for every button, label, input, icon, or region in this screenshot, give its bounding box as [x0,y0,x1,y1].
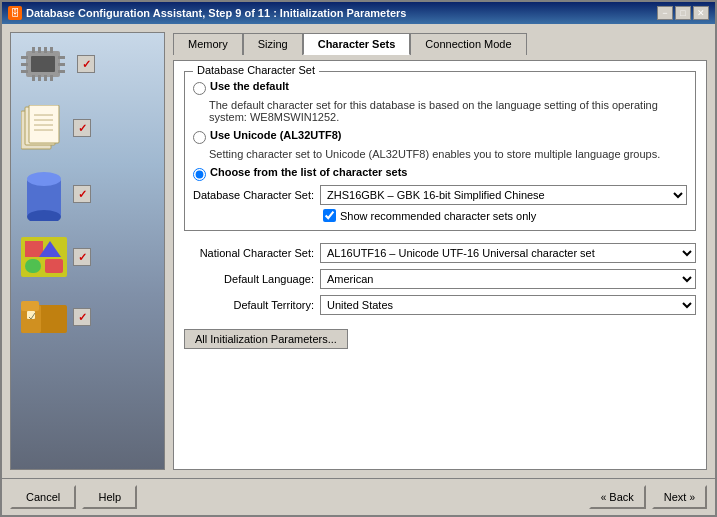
check-badge-1: ✓ [77,55,95,73]
radio-unicode-input[interactable] [193,131,206,144]
svg-rect-6 [32,75,35,81]
radio-default-desc: The default character set for this datab… [209,99,687,123]
check-badge-5: ✓ [73,308,91,326]
svg-rect-10 [21,56,28,59]
folder-icon [21,297,67,337]
title-bar-controls: − □ ✕ [657,6,709,20]
left-panel: ✓ ✓ [10,32,165,470]
check-badge-2: ✓ [73,119,91,137]
next-button[interactable]: Next » [652,485,707,509]
national-charset-select[interactable]: AL16UTF16 – Unicode UTF-16 Universal cha… [320,243,696,263]
tab-connection-mode[interactable]: Connection Mode [410,33,526,55]
title-bar: 🗄 Database Configuration Assistant, Step… [2,2,715,24]
docs-icon [21,105,67,151]
footer: Cancel Help « Back Next » [2,478,715,515]
left-panel-item-2: ✓ [21,105,91,151]
svg-rect-5 [50,47,53,53]
cylinder-icon [21,171,67,217]
svg-rect-30 [45,259,63,273]
radio-default-label[interactable]: Use the default [210,80,289,92]
back-arrow: « [601,492,607,503]
default-language-row: Default Language: American [184,269,696,289]
svg-rect-9 [50,75,53,81]
footer-right: « Back Next » [589,485,707,509]
app-icon: 🗄 [8,6,22,20]
tab-sizing[interactable]: Sizing [243,33,303,55]
content-area: ✓ ✓ [2,24,715,478]
svg-rect-3 [38,47,41,53]
cancel-button[interactable]: Cancel [10,485,76,509]
national-charset-row: National Character Set: AL16UTF16 – Unic… [184,243,696,263]
svg-rect-8 [44,75,47,81]
footer-left: Cancel Help [10,485,137,509]
left-panel-item-4: ✓ [21,237,91,277]
radio-default-input[interactable] [193,82,206,95]
check-badge-3: ✓ [73,185,91,203]
svg-rect-15 [58,70,65,73]
default-language-select[interactable]: American [320,269,696,289]
national-charset-label: National Character Set: [184,247,314,259]
svg-rect-29 [25,259,41,273]
db-charset-group: Database Character Set Use the default T… [184,71,696,231]
show-recommended-label[interactable]: Show recommended character sets only [340,210,536,222]
svg-rect-1 [31,56,55,72]
all-params-section: All Initialization Parameters... [184,329,696,349]
radio-list-input[interactable] [193,168,206,181]
back-label: Back [609,491,633,503]
group-box-title: Database Character Set [193,64,319,76]
radio-use-unicode: Use Unicode (AL32UTF8) [193,129,687,144]
db-charset-label: Database Character Set: [193,189,314,201]
tab-character-sets[interactable]: Character Sets [303,33,411,55]
close-button[interactable]: ✕ [693,6,709,20]
radio-unicode-desc: Setting character set to Unicode (AL32UT… [209,148,687,160]
chip-icon [21,43,71,85]
svg-rect-14 [58,63,65,66]
maximize-button[interactable]: □ [675,6,691,20]
all-params-button[interactable]: All Initialization Parameters... [184,329,348,349]
check-badge-4: ✓ [73,248,91,266]
db-charset-row: Database Character Set: ZHS16GBK – GBK 1… [193,185,687,205]
svg-rect-11 [21,63,28,66]
show-recommended-row: Show recommended character sets only [323,209,687,222]
svg-rect-4 [44,47,47,53]
tab-content: Database Character Set Use the default T… [173,60,707,470]
svg-rect-12 [21,70,28,73]
right-panel: Memory Sizing Character Sets Connection … [173,32,707,470]
radio-list-label[interactable]: Choose from the list of character sets [210,166,407,178]
svg-rect-33 [21,301,39,311]
svg-rect-13 [58,56,65,59]
minimize-button[interactable]: − [657,6,673,20]
back-button[interactable]: « Back [589,485,646,509]
radio-unicode-label[interactable]: Use Unicode (AL32UTF8) [210,129,341,141]
svg-rect-18 [29,105,59,143]
svg-rect-7 [38,75,41,81]
tab-memory[interactable]: Memory [173,33,243,55]
shapes-icon [21,237,67,277]
svg-point-24 [27,172,61,186]
left-panel-item-1: ✓ [21,43,95,85]
db-charset-select[interactable]: ZHS16GBK – GBK 16-bit Simplified Chinese [320,185,687,205]
left-panel-item-3: ✓ [21,171,91,217]
radio-choose-list: Choose from the list of character sets [193,166,687,181]
main-window: 🗄 Database Configuration Assistant, Step… [0,0,717,517]
default-territory-label: Default Territory: [184,299,314,311]
next-arrow: » [689,492,695,503]
tabs-row: Memory Sizing Character Sets Connection … [173,32,707,54]
fields-section: National Character Set: AL16UTF16 – Unic… [184,243,696,315]
show-recommended-checkbox[interactable] [323,209,336,222]
radio-use-default: Use the default [193,80,687,95]
svg-rect-27 [25,241,43,257]
default-territory-row: Default Territory: United States [184,295,696,315]
left-panel-item-5: ✓ [21,297,91,337]
window-title: Database Configuration Assistant, Step 9… [26,7,406,19]
default-territory-select[interactable]: United States [320,295,696,315]
title-bar-left: 🗄 Database Configuration Assistant, Step… [8,6,406,20]
default-language-label: Default Language: [184,273,314,285]
help-button[interactable]: Help [82,485,137,509]
svg-rect-2 [32,47,35,53]
next-label: Next [664,491,687,503]
